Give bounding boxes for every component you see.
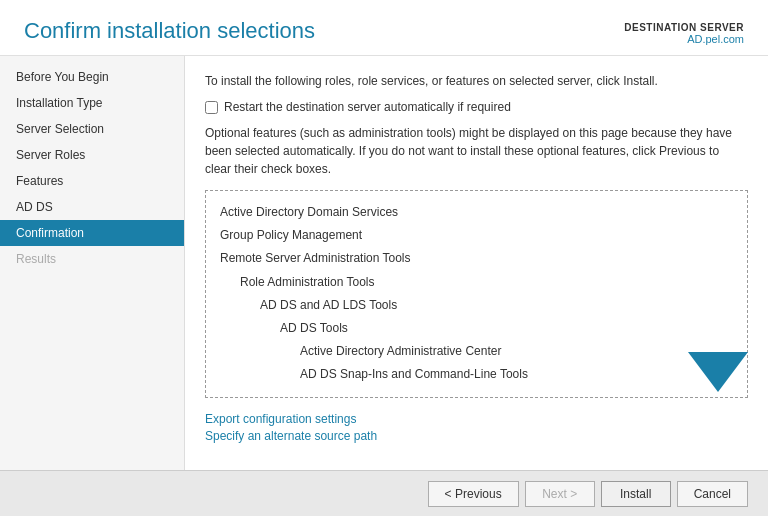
feature-item-2: Remote Server Administration Tools <box>220 247 733 270</box>
main-content: To install the following roles, role ser… <box>185 56 768 470</box>
main-window: Confirm installation selections DESTINAT… <box>0 0 768 516</box>
optional-text: Optional features (such as administratio… <box>205 124 748 178</box>
arrow-head <box>688 352 748 392</box>
restart-checkbox-row: Restart the destination server automatic… <box>205 100 748 114</box>
feature-item-3: Role Administration Tools <box>220 271 733 294</box>
restart-label: Restart the destination server automatic… <box>224 100 511 114</box>
sidebar: Before You Begin Installation Type Serve… <box>0 56 185 470</box>
footer-bar: < Previous Next > Install Cancel <box>0 470 768 516</box>
restart-checkbox[interactable] <box>205 101 218 114</box>
sidebar-item-features[interactable]: Features <box>0 168 184 194</box>
sidebar-item-ad-ds[interactable]: AD DS <box>0 194 184 220</box>
export-config-link[interactable]: Export configuration settings <box>205 412 748 426</box>
alternate-source-link[interactable]: Specify an alternate source path <box>205 429 748 443</box>
feature-item-6: Active Directory Administrative Center <box>220 340 733 363</box>
previous-button[interactable]: < Previous <box>428 481 519 507</box>
content-area: Before You Begin Installation Type Serve… <box>0 56 768 470</box>
page-title: Confirm installation selections <box>24 18 315 44</box>
sidebar-item-server-roles[interactable]: Server Roles <box>0 142 184 168</box>
sidebar-item-before-you-begin[interactable]: Before You Begin <box>0 64 184 90</box>
feature-item-4: AD DS and AD LDS Tools <box>220 294 733 317</box>
feature-item-0: Active Directory Domain Services <box>220 201 733 224</box>
feature-item-7: AD DS Snap-Ins and Command-Line Tools <box>220 363 733 386</box>
sidebar-item-installation-type[interactable]: Installation Type <box>0 90 184 116</box>
server-info: DESTINATION SERVER AD.pel.com <box>624 22 744 45</box>
server-label: DESTINATION SERVER <box>624 22 744 33</box>
sidebar-item-server-selection[interactable]: Server Selection <box>0 116 184 142</box>
features-box: Active Directory Domain Services Group P… <box>205 190 748 398</box>
next-button[interactable]: Next > <box>525 481 595 507</box>
header: Confirm installation selections DESTINAT… <box>0 0 768 56</box>
sidebar-item-confirmation[interactable]: Confirmation <box>0 220 184 246</box>
sidebar-item-results: Results <box>0 246 184 272</box>
feature-item-1: Group Policy Management <box>220 224 733 247</box>
feature-item-5: AD DS Tools <box>220 317 733 340</box>
links-area: Export configuration settings Specify an… <box>205 412 748 443</box>
description-text: To install the following roles, role ser… <box>205 72 748 90</box>
cancel-button[interactable]: Cancel <box>677 481 748 507</box>
server-name: AD.pel.com <box>624 33 744 45</box>
install-button[interactable]: Install <box>601 481 671 507</box>
